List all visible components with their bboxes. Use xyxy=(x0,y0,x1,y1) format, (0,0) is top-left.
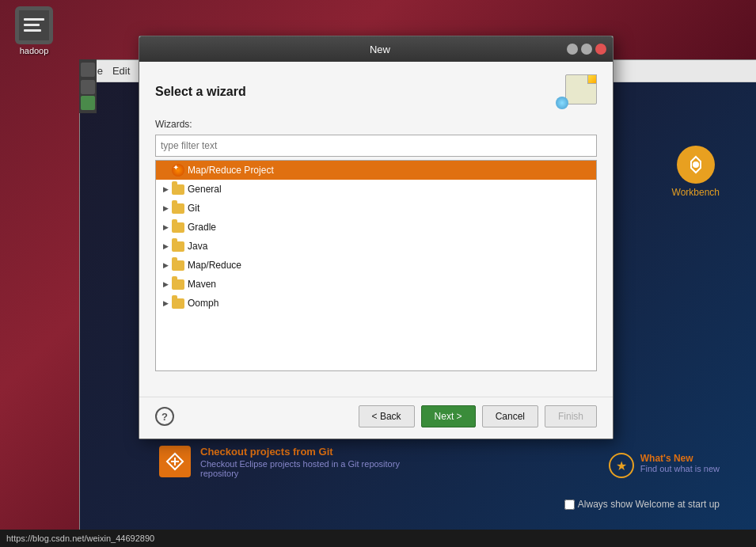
dialog-header-title: Select a wizard xyxy=(155,85,246,99)
wizard-header-icon xyxy=(556,74,597,109)
dialog-title: New xyxy=(193,44,567,55)
whats-new-icon: ★ xyxy=(609,453,634,478)
whats-new-text: What's New Find out what is new xyxy=(640,453,720,473)
dialog-window: New ─ □ ✕ Select a wizard Wizards: xyxy=(139,36,614,439)
sidebar-icon-2[interactable] xyxy=(81,80,95,94)
desktop-icon-hadoop[interactable]: hadoop xyxy=(6,6,62,55)
checkout-section: Checkout projects from Git Checkout Ecli… xyxy=(159,446,400,478)
wizards-label: Wizards: xyxy=(155,119,597,130)
always-show-area: Always show Welcome at start up xyxy=(564,499,720,510)
help-button[interactable]: ? xyxy=(155,407,174,426)
tree-item-gradle[interactable]: ▶ Gradle xyxy=(156,218,596,237)
tree-label-mapreduce: Map/Reduce xyxy=(188,260,241,271)
tree-arrow-general: ▶ xyxy=(161,184,170,194)
statusbar-url: https://blog.csdn.net/weixin_44692890 xyxy=(6,534,154,543)
folder-icon-oomph xyxy=(172,298,184,309)
tree-item-maven[interactable]: ▶ Maven xyxy=(156,275,596,294)
tree-label-java: Java xyxy=(188,241,207,252)
tree-item-general[interactable]: ▶ General xyxy=(156,180,596,199)
tree-arrow-git: ▶ xyxy=(161,203,170,213)
dialog-footer: ? < Back Next > Cancel Finish xyxy=(139,397,613,439)
tree-arrow-mapreduce-project xyxy=(161,165,170,175)
folder-icon-git xyxy=(172,203,184,214)
tree-arrow-mapreduce: ▶ xyxy=(161,260,170,270)
tree-arrow-maven: ▶ xyxy=(161,279,170,289)
tree-arrow-oomph: ▶ xyxy=(161,298,170,308)
tree-item-oomph[interactable]: ▶ Oomph xyxy=(156,294,596,313)
svg-rect-3 xyxy=(24,29,41,32)
maximize-button[interactable]: □ xyxy=(581,44,592,55)
tree-label-maven: Maven xyxy=(188,279,216,290)
icon-fold xyxy=(587,74,597,84)
next-button[interactable]: Next > xyxy=(421,405,476,427)
tree-arrow-gradle: ▶ xyxy=(161,222,170,232)
tree-label-general: General xyxy=(188,184,222,195)
hadoop-label: hadoop xyxy=(20,46,49,55)
tree-label-oomph: Oomph xyxy=(188,298,218,309)
whats-new-title: What's New xyxy=(640,453,720,464)
icon-page xyxy=(565,74,597,104)
menu-edit[interactable]: Edit xyxy=(112,65,130,77)
dialog-body: Select a wizard Wizards: Map/Reduce Proj… xyxy=(139,62,613,397)
workbench-section[interactable]: Workbench xyxy=(672,146,720,198)
always-show-label: Always show Welcome at start up xyxy=(578,499,720,510)
checkout-icon xyxy=(159,446,191,477)
folder-icon-java xyxy=(172,241,184,252)
tree-label-gradle: Gradle xyxy=(188,222,216,233)
folder-icon-gradle xyxy=(172,222,184,233)
dialog-titlebar: New ─ □ ✕ xyxy=(139,36,613,62)
close-button[interactable]: ✕ xyxy=(595,44,606,55)
tree-item-mapreduce-project[interactable]: Map/Reduce Project xyxy=(156,161,596,180)
workbench-label: Workbench xyxy=(672,187,720,198)
tree-item-java[interactable]: ▶ Java xyxy=(156,237,596,256)
tree-label-git: Git xyxy=(188,203,199,214)
workbench-icon xyxy=(677,146,715,184)
back-button[interactable]: < Back xyxy=(359,405,415,427)
minimize-button[interactable]: ─ xyxy=(567,44,578,55)
whats-new-section: ★ What's New Find out what is new xyxy=(609,453,720,478)
checkout-desc: Checkout Eclipse projects hosted in a Gi… xyxy=(200,459,400,469)
icon-spark xyxy=(556,97,568,109)
finish-button[interactable]: Finish xyxy=(545,405,597,427)
checkout-repo-text: repository xyxy=(200,469,400,478)
tree-item-git[interactable]: ▶ Git xyxy=(156,199,596,218)
tree-arrow-java: ▶ xyxy=(161,241,170,251)
sidebar-toolbar xyxy=(79,59,97,113)
checkout-text: Checkout projects from Git Checkout Ecli… xyxy=(200,446,400,478)
sidebar-icon-3[interactable] xyxy=(81,96,95,110)
statusbar: https://blog.csdn.net/weixin_44692890 xyxy=(0,530,756,547)
cancel-button[interactable]: Cancel xyxy=(482,405,538,427)
tree-item-mapreduce[interactable]: ▶ Map/Reduce xyxy=(156,256,596,275)
filter-input[interactable] xyxy=(155,135,597,157)
whats-new-desc: Find out what is new xyxy=(640,464,720,473)
wizard-tree-list[interactable]: Map/Reduce Project ▶ General ▶ Git ▶ Gra… xyxy=(155,160,597,371)
svg-rect-2 xyxy=(24,24,40,26)
checkout-title: Checkout projects from Git xyxy=(200,446,400,458)
hadoop-icon xyxy=(15,6,53,44)
folder-icon-mapreduce xyxy=(172,260,184,271)
svg-rect-1 xyxy=(24,18,44,21)
folder-icon-maven xyxy=(172,279,184,290)
folder-icon-general xyxy=(172,184,184,195)
dialog-win-buttons: ─ □ ✕ xyxy=(567,44,606,55)
svg-point-5 xyxy=(693,161,699,168)
footer-buttons: < Back Next > Cancel Finish xyxy=(359,405,597,427)
dialog-header: Select a wizard xyxy=(155,74,597,109)
tree-label-mapreduce-project: Map/Reduce Project xyxy=(188,165,274,176)
wizard-icon-mr xyxy=(172,164,184,177)
always-show-checkbox[interactable] xyxy=(564,500,575,510)
sidebar-icon-1[interactable] xyxy=(81,63,95,77)
